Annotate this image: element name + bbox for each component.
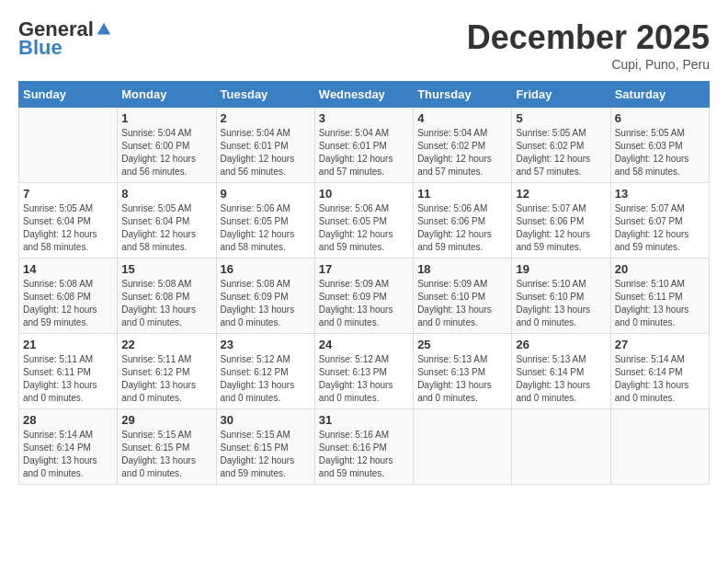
calendar-cell: 12Sunrise: 5:07 AM Sunset: 6:06 PM Dayli… [512, 183, 610, 259]
day-info: Sunrise: 5:06 AM Sunset: 6:05 PM Dayligh… [221, 202, 311, 254]
day-info: Sunrise: 5:08 AM Sunset: 6:08 PM Dayligh… [121, 278, 211, 329]
day-info: Sunrise: 5:04 AM Sunset: 6:01 PM Dayligh… [221, 127, 311, 178]
day-info: Sunrise: 5:15 AM Sunset: 6:15 PM Dayligh… [121, 429, 211, 480]
day-number: 28 [23, 413, 113, 427]
day-info: Sunrise: 5:08 AM Sunset: 6:08 PM Dayligh… [23, 278, 113, 329]
logo: General Blue [18, 18, 112, 59]
day-number: 25 [417, 338, 507, 351]
day-info: Sunrise: 5:07 AM Sunset: 6:07 PM Dayligh… [615, 202, 705, 254]
day-info: Sunrise: 5:12 AM Sunset: 6:13 PM Dayligh… [319, 353, 409, 405]
day-info: Sunrise: 5:07 AM Sunset: 6:06 PM Dayligh… [516, 202, 606, 254]
calendar-cell: 26Sunrise: 5:13 AM Sunset: 6:14 PM Dayli… [512, 334, 610, 409]
day-number: 6 [615, 111, 705, 125]
day-number: 26 [516, 338, 606, 351]
day-number: 23 [221, 338, 311, 351]
calendar-day-header: Wednesday [314, 82, 413, 108]
day-info: Sunrise: 5:04 AM Sunset: 6:00 PM Dayligh… [121, 127, 211, 178]
calendar-header-row: SundayMondayTuesdayWednesdayThursdayFrid… [19, 82, 710, 108]
day-info: Sunrise: 5:05 AM Sunset: 6:04 PM Dayligh… [23, 202, 113, 254]
calendar-week-row: 14Sunrise: 5:08 AM Sunset: 6:08 PM Dayli… [19, 259, 710, 334]
day-number: 31 [319, 413, 409, 427]
calendar-day-header: Friday [512, 82, 610, 108]
day-info: Sunrise: 5:11 AM Sunset: 6:12 PM Dayligh… [121, 353, 211, 405]
calendar-cell: 21Sunrise: 5:11 AM Sunset: 6:11 PM Dayli… [19, 334, 118, 409]
calendar-cell: 13Sunrise: 5:07 AM Sunset: 6:07 PM Dayli… [610, 183, 709, 259]
calendar-table: SundayMondayTuesdayWednesdayThursdayFrid… [18, 81, 710, 485]
calendar-cell: 29Sunrise: 5:15 AM Sunset: 6:15 PM Dayli… [118, 409, 216, 485]
day-number: 1 [121, 111, 211, 125]
day-info: Sunrise: 5:13 AM Sunset: 6:14 PM Dayligh… [516, 353, 606, 405]
day-number: 5 [516, 111, 606, 125]
day-number: 13 [615, 187, 705, 201]
logo-icon [96, 21, 112, 38]
calendar-cell: 24Sunrise: 5:12 AM Sunset: 6:13 PM Dayli… [314, 334, 413, 409]
calendar-cell: 18Sunrise: 5:09 AM Sunset: 6:10 PM Dayli… [414, 259, 512, 334]
calendar-cell [610, 409, 709, 485]
calendar-cell: 3Sunrise: 5:04 AM Sunset: 6:01 PM Daylig… [314, 108, 413, 183]
calendar-cell: 7Sunrise: 5:05 AM Sunset: 6:04 PM Daylig… [19, 183, 118, 259]
calendar-cell: 8Sunrise: 5:05 AM Sunset: 6:04 PM Daylig… [118, 183, 216, 259]
calendar-cell: 1Sunrise: 5:04 AM Sunset: 6:00 PM Daylig… [118, 108, 216, 183]
svg-marker-0 [97, 23, 110, 35]
calendar-week-row: 1Sunrise: 5:04 AM Sunset: 6:00 PM Daylig… [19, 108, 710, 183]
day-number: 9 [221, 187, 311, 201]
day-number: 29 [121, 413, 211, 427]
day-info: Sunrise: 5:13 AM Sunset: 6:13 PM Dayligh… [417, 353, 507, 405]
day-info: Sunrise: 5:15 AM Sunset: 6:15 PM Dayligh… [221, 429, 311, 480]
calendar-cell: 6Sunrise: 5:05 AM Sunset: 6:03 PM Daylig… [610, 108, 709, 183]
calendar-cell: 31Sunrise: 5:16 AM Sunset: 6:16 PM Dayli… [314, 409, 413, 485]
day-info: Sunrise: 5:06 AM Sunset: 6:05 PM Dayligh… [319, 202, 409, 254]
day-info: Sunrise: 5:08 AM Sunset: 6:09 PM Dayligh… [221, 278, 311, 329]
calendar-cell: 16Sunrise: 5:08 AM Sunset: 6:09 PM Dayli… [216, 259, 314, 334]
calendar-body: 1Sunrise: 5:04 AM Sunset: 6:00 PM Daylig… [19, 108, 710, 485]
day-info: Sunrise: 5:06 AM Sunset: 6:06 PM Dayligh… [417, 202, 507, 254]
calendar-cell: 28Sunrise: 5:14 AM Sunset: 6:14 PM Dayli… [19, 409, 118, 485]
day-info: Sunrise: 5:12 AM Sunset: 6:12 PM Dayligh… [221, 353, 311, 405]
day-info: Sunrise: 5:14 AM Sunset: 6:14 PM Dayligh… [615, 353, 705, 405]
calendar-cell: 30Sunrise: 5:15 AM Sunset: 6:15 PM Dayli… [216, 409, 314, 485]
day-info: Sunrise: 5:05 AM Sunset: 6:03 PM Dayligh… [615, 127, 705, 178]
page-header: General Blue December 2025 Cupi, Puno, P… [18, 18, 710, 72]
calendar-cell [414, 409, 512, 485]
calendar-cell: 15Sunrise: 5:08 AM Sunset: 6:08 PM Dayli… [118, 259, 216, 334]
calendar-cell: 19Sunrise: 5:10 AM Sunset: 6:10 PM Dayli… [512, 259, 610, 334]
calendar-cell: 9Sunrise: 5:06 AM Sunset: 6:05 PM Daylig… [216, 183, 314, 259]
calendar-week-row: 21Sunrise: 5:11 AM Sunset: 6:11 PM Dayli… [19, 334, 710, 409]
day-number: 18 [417, 262, 507, 276]
day-number: 16 [221, 262, 311, 276]
day-info: Sunrise: 5:16 AM Sunset: 6:16 PM Dayligh… [319, 429, 409, 480]
calendar-day-header: Tuesday [216, 82, 314, 108]
calendar-cell: 5Sunrise: 5:05 AM Sunset: 6:02 PM Daylig… [512, 108, 610, 183]
calendar-cell: 23Sunrise: 5:12 AM Sunset: 6:12 PM Dayli… [216, 334, 314, 409]
day-number: 2 [221, 111, 311, 125]
day-number: 7 [23, 187, 113, 201]
location-subtitle: Cupi, Puno, Peru [467, 57, 710, 72]
day-number: 11 [417, 187, 507, 201]
day-info: Sunrise: 5:09 AM Sunset: 6:09 PM Dayligh… [319, 278, 409, 329]
day-info: Sunrise: 5:04 AM Sunset: 6:01 PM Dayligh… [319, 127, 409, 178]
day-number: 8 [121, 187, 211, 201]
month-title: December 2025 [467, 18, 710, 57]
day-info: Sunrise: 5:05 AM Sunset: 6:04 PM Dayligh… [121, 202, 211, 254]
day-number: 30 [221, 413, 311, 427]
calendar-cell: 14Sunrise: 5:08 AM Sunset: 6:08 PM Dayli… [19, 259, 118, 334]
day-number: 10 [319, 187, 409, 201]
title-block: December 2025 Cupi, Puno, Peru [467, 18, 710, 72]
calendar-day-header: Saturday [610, 82, 709, 108]
day-info: Sunrise: 5:11 AM Sunset: 6:11 PM Dayligh… [23, 353, 113, 405]
calendar-cell: 2Sunrise: 5:04 AM Sunset: 6:01 PM Daylig… [216, 108, 314, 183]
calendar-day-header: Sunday [19, 82, 118, 108]
day-info: Sunrise: 5:10 AM Sunset: 6:10 PM Dayligh… [516, 278, 606, 329]
calendar-cell [512, 409, 610, 485]
calendar-cell: 17Sunrise: 5:09 AM Sunset: 6:09 PM Dayli… [314, 259, 413, 334]
calendar-cell: 20Sunrise: 5:10 AM Sunset: 6:11 PM Dayli… [610, 259, 709, 334]
day-number: 3 [319, 111, 409, 125]
day-number: 12 [516, 187, 606, 201]
day-info: Sunrise: 5:04 AM Sunset: 6:02 PM Dayligh… [417, 127, 507, 178]
calendar-cell: 25Sunrise: 5:13 AM Sunset: 6:13 PM Dayli… [414, 334, 512, 409]
calendar-cell: 22Sunrise: 5:11 AM Sunset: 6:12 PM Dayli… [118, 334, 216, 409]
day-info: Sunrise: 5:10 AM Sunset: 6:11 PM Dayligh… [615, 278, 705, 329]
calendar-cell: 4Sunrise: 5:04 AM Sunset: 6:02 PM Daylig… [414, 108, 512, 183]
calendar-week-row: 28Sunrise: 5:14 AM Sunset: 6:14 PM Dayli… [19, 409, 710, 485]
day-number: 15 [121, 262, 211, 276]
